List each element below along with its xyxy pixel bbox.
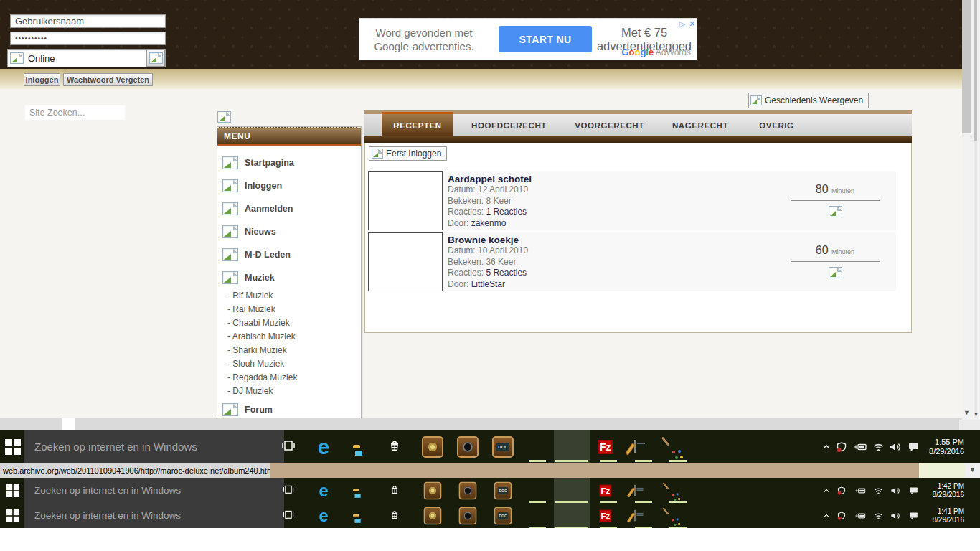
password-field[interactable]: •••••••••• <box>10 32 166 45</box>
tab-nagerecht[interactable]: NAGERECHT <box>654 114 746 136</box>
recipe-row[interactable]: Aardappel schotel Datum: 12 April 2010 B… <box>368 171 896 230</box>
tray-volume-icon[interactable] <box>890 442 902 451</box>
sidebar-subitem-sharki-muziek[interactable]: - Sharki Muziek <box>217 344 361 357</box>
taskbar-search-input[interactable]: Zoeken op internet en in Windows <box>24 430 284 463</box>
speaker-app-icon[interactable] <box>459 481 477 499</box>
broken-image-icon <box>222 156 238 169</box>
tray-notifications-icon[interactable] <box>908 442 919 452</box>
site-search-input[interactable]: Site Zoeken... <box>25 105 125 120</box>
broken-image-icon <box>222 403 238 416</box>
username-field[interactable]: Gebruikersnaam <box>10 14 166 28</box>
ad-text: Word gevonden met Google-advertenties. <box>359 26 489 53</box>
adchoices-icon[interactable]: ▷ <box>679 19 685 29</box>
login-notice-button[interactable]: Eerst Inloggen <box>369 146 447 161</box>
edge-browser-icon[interactable]: e <box>319 482 328 499</box>
taskbar-search-input[interactable]: Zoeken op internet en in Windows <box>24 503 284 528</box>
media-app-icon[interactable] <box>424 481 442 499</box>
taskbar-clock[interactable]: 1:41 PM 8/29/2016 <box>933 507 965 524</box>
sidebar-item-nieuws[interactable]: Nieuws <box>217 220 361 243</box>
recipe-title[interactable]: Brownie koekje <box>448 235 528 245</box>
windows-store-icon[interactable] <box>390 484 400 496</box>
inner-scrollbar-thumb[interactable] <box>974 0 977 141</box>
tray-shield-icon[interactable] <box>837 486 845 494</box>
recipe-author-link[interactable]: LittleStar <box>471 279 505 289</box>
speaker-app-icon[interactable] <box>459 507 477 524</box>
start-button[interactable] <box>6 484 19 496</box>
recipe-row[interactable]: Brownie koekje Datum: 10 April 2010 Beke… <box>368 232 896 291</box>
tray-chevron-icon[interactable] <box>822 444 831 450</box>
media-app-icon[interactable] <box>424 507 442 524</box>
forgot-password-button[interactable]: Wachtwoord Vergeten <box>63 73 153 86</box>
sidebar-item-md-leden[interactable]: M-D Leden <box>217 243 361 266</box>
recipe-author-link[interactable]: zakenmo <box>471 218 507 228</box>
windows-store-icon[interactable] <box>390 509 400 522</box>
sidebar-item-aanmelden[interactable]: Aanmelden <box>217 197 361 220</box>
taskbar-search-input[interactable]: Zoeken op internet en in Windows <box>24 478 284 503</box>
status-select[interactable]: Online <box>7 49 166 67</box>
login-button[interactable]: Inloggen <box>24 73 60 86</box>
doc-gadget-icon[interactable]: DOC <box>494 507 512 524</box>
scroll-down-icon[interactable]: ▼ <box>963 410 970 416</box>
filezilla-icon[interactable]: Fz <box>600 484 611 498</box>
sidebar-item-muziek[interactable]: Muziek <box>217 266 361 289</box>
taskbar-search-placeholder: Zoeken op internet en in Windows <box>34 485 181 496</box>
task-view-button[interactable] <box>283 484 294 496</box>
doc-gadget-icon[interactable]: DOC <box>492 436 514 458</box>
tab-recepten[interactable]: RECEPTEN <box>382 112 453 136</box>
tray-power-icon[interactable] <box>854 442 867 451</box>
notes-editor-icon[interactable] <box>634 485 636 496</box>
recipe-datum: Datum: 12 April 2010 <box>448 184 532 196</box>
tab-hoofdgerecht[interactable]: HOOFDGERECHT <box>453 114 565 136</box>
ad-cta-button[interactable]: START NU <box>499 26 592 52</box>
sidebar-item-inloggen[interactable]: Inloggen <box>217 174 361 197</box>
scroll-down-icon[interactable]: ▼ <box>974 411 979 418</box>
doc-gadget-icon[interactable]: DOC <box>494 481 512 499</box>
taskbar-clock[interactable]: 1:55 PM 8/29/2016 <box>929 437 964 456</box>
tray-wifi-icon[interactable] <box>872 442 885 451</box>
speaker-app-icon[interactable] <box>457 436 479 458</box>
sidebar-item-forum[interactable]: Forum <box>217 398 361 420</box>
start-button[interactable] <box>5 439 21 455</box>
history-button[interactable]: Geschiedenis Weergeven <box>748 93 869 108</box>
sidebar-subitem-arabisch-muziek[interactable]: - Arabisch Muziek <box>217 330 361 344</box>
media-app-icon[interactable] <box>422 436 443 458</box>
tray-volume-icon[interactable] <box>891 486 901 494</box>
sidebar-item-startpagina[interactable]: Startpagina <box>217 151 361 174</box>
tray-volume-icon[interactable] <box>891 512 901 519</box>
sidebar-subitem-rif-muziek[interactable]: - Rif Muziek <box>217 289 361 303</box>
tab-voorgerecht[interactable]: VOORGERECHT <box>565 114 654 136</box>
scrollbar-thumb[interactable] <box>962 0 971 133</box>
windows-store-icon[interactable] <box>388 439 401 455</box>
recipe-title[interactable]: Aardappel schotel <box>448 174 532 184</box>
tray-notifications-icon[interactable] <box>909 512 918 519</box>
scroll-arrow-block[interactable]: ▼ <box>965 463 980 478</box>
tray-shield-icon[interactable] <box>837 441 847 452</box>
notes-editor-icon[interactable] <box>634 441 636 453</box>
taskbar-clock[interactable]: 1:42 PM 8/29/2016 <box>933 482 965 499</box>
tray-wifi-icon[interactable] <box>874 512 884 519</box>
tray-power-icon[interactable] <box>855 512 867 519</box>
sidebar-subitem-regadda-muziek[interactable]: - Regadda Muziek <box>217 371 361 385</box>
edge-browser-icon[interactable]: e <box>318 436 329 457</box>
tray-shield-icon[interactable] <box>837 511 845 519</box>
tab-overig[interactable]: OVERIG <box>746 114 807 136</box>
edge-browser-icon[interactable]: e <box>319 507 328 524</box>
sidebar-subitem-rai-muziek[interactable]: - Rai Muziek <box>217 303 361 316</box>
broken-image-icon <box>372 149 383 159</box>
task-view-button[interactable] <box>281 440 296 454</box>
task-view-button[interactable] <box>283 509 294 521</box>
filezilla-icon[interactable]: Fz <box>600 509 611 523</box>
sidebar-subitem-chaabi-muziek[interactable]: - Chaabi Muziek <box>217 316 361 330</box>
ad-close-icon[interactable]: × <box>689 18 695 29</box>
sidebar-subitem-slouh-muziek[interactable]: - Slouh Muziek <box>217 357 361 371</box>
tray-power-icon[interactable] <box>855 486 867 494</box>
status-go-button[interactable] <box>146 50 165 67</box>
filezilla-icon[interactable]: Fz <box>598 438 613 456</box>
notes-editor-icon[interactable] <box>634 510 636 521</box>
tray-wifi-icon[interactable] <box>874 486 884 494</box>
tray-chevron-icon[interactable] <box>823 513 830 518</box>
start-button[interactable] <box>6 509 19 522</box>
tray-chevron-icon[interactable] <box>823 488 830 493</box>
sidebar-subitem-dj-muziek[interactable]: - DJ Muziek <box>217 385 361 398</box>
tray-notifications-icon[interactable] <box>909 486 918 494</box>
